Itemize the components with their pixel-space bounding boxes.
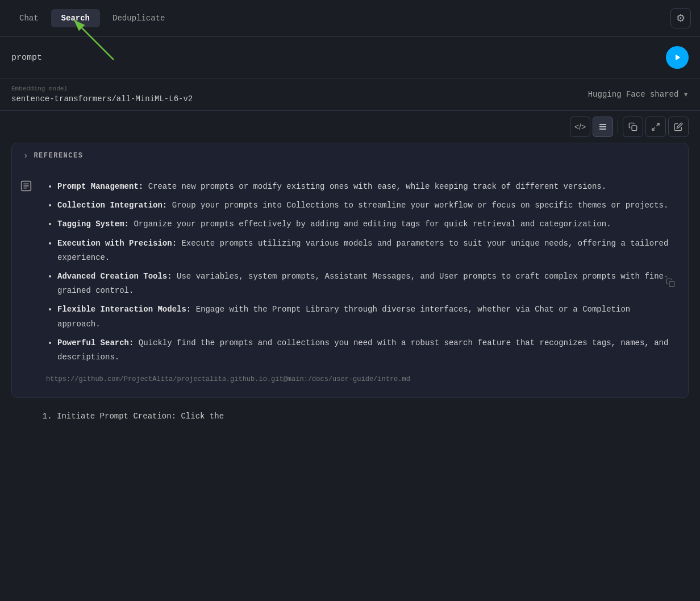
list-item: Execution with Precision: Execute prompt…: [57, 237, 677, 265]
steps-list: Initiate Prompt Creation: Click the: [45, 409, 677, 424]
item-label: Powerful Search:: [57, 338, 134, 347]
list-item: Collection Integration: Group your promp…: [57, 198, 677, 213]
item-label: Advanced Creation Tools:: [57, 272, 172, 281]
edit-button[interactable]: [668, 117, 689, 137]
second-section: Initiate Prompt Creation: Click the: [11, 398, 689, 440]
list-item: Powerful Search: Quickly find the prompt…: [57, 336, 677, 364]
item-text: Quickly find the prompts and collections…: [57, 338, 668, 362]
nav-tabs: Chat Search Deduplicate: [9, 9, 175, 27]
document-icon: [20, 180, 32, 196]
svg-rect-3: [599, 126, 606, 127]
item-text: Group your prompts into Collections to s…: [172, 201, 669, 210]
embedding-model-row: Embedding model sentence-transformers/al…: [0, 78, 700, 111]
copy-icon: [628, 122, 638, 131]
provider-name: Hugging Face shared: [588, 90, 679, 99]
copy-result-button[interactable]: [662, 274, 679, 291]
item-label: Execution with Precision:: [57, 239, 177, 248]
toolbar: </>: [0, 111, 700, 143]
send-button[interactable]: [666, 46, 689, 69]
references-header[interactable]: › REFERENCES: [12, 143, 688, 168]
svg-line-7: [652, 127, 655, 130]
step-text: Click the: [181, 412, 224, 421]
list-item: Tagging System: Organize your prompts ef…: [57, 217, 677, 231]
tab-search[interactable]: Search: [51, 9, 100, 27]
step-label: Initiate Prompt Creation:: [57, 412, 176, 421]
svg-rect-12: [669, 281, 674, 287]
code-view-button[interactable]: </>: [570, 117, 590, 137]
toolbar-separator: [618, 120, 618, 134]
prompt-section: [0, 37, 700, 78]
source-link: https://github.com/ProjectAlita/projecta…: [46, 374, 677, 386]
left-icon-bar: [12, 168, 40, 397]
copy-result-icon: [666, 278, 675, 287]
list-item: Initiate Prompt Creation: Click the: [57, 409, 677, 424]
references-card: › REFERENCES Prompt Management: Create n…: [11, 143, 689, 398]
svg-rect-4: [599, 129, 606, 129]
svg-rect-2: [599, 124, 606, 125]
tab-chat[interactable]: Chat: [9, 9, 49, 27]
result-body: Prompt Management: Create new prompts or…: [40, 168, 688, 397]
top-navigation: Chat Search Deduplicate ⚙: [0, 0, 700, 37]
list-item: Flexible Interaction Models: Engage with…: [57, 302, 677, 331]
embedding-left: Embedding model sentence-transformers/al…: [11, 85, 193, 103]
result-content: Prompt Management: Create new prompts or…: [12, 168, 688, 397]
list-icon: [598, 122, 607, 131]
item-label: Tagging System:: [57, 219, 129, 229]
item-label: Collection Integration:: [57, 201, 167, 210]
expand-icon: [651, 122, 660, 131]
list-item: Advanced Creation Tools: Use variables, …: [57, 270, 677, 298]
content-area: › REFERENCES Prompt Management: Create n…: [0, 143, 700, 451]
item-label: Flexible Interaction Models:: [57, 305, 191, 314]
copy-button[interactable]: [623, 117, 643, 137]
item-text: Organize your prompts effectively by add…: [134, 219, 611, 229]
embedding-value: sentence-transformers/all-MiniML-L6-v2: [11, 94, 193, 103]
item-label: Prompt Management:: [57, 182, 143, 191]
tab-deduplicate[interactable]: Deduplicate: [102, 9, 175, 27]
chevron-down-icon: ▾: [683, 89, 689, 100]
references-chevron-icon: ›: [23, 151, 28, 160]
svg-rect-5: [632, 126, 637, 131]
feature-list: Prompt Management: Create new prompts or…: [46, 180, 677, 364]
embedding-provider[interactable]: Hugging Face shared ▾: [588, 89, 689, 100]
list-view-button[interactable]: [593, 117, 613, 137]
prompt-input[interactable]: [11, 51, 666, 65]
send-icon: [672, 52, 682, 63]
expand-button[interactable]: [645, 117, 666, 137]
embedding-label: Embedding model: [11, 85, 193, 92]
edit-icon: [674, 122, 683, 131]
references-title: REFERENCES: [34, 152, 83, 160]
item-text: Create new prompts or modify existing on…: [148, 182, 607, 191]
doc-svg-icon: [20, 180, 32, 192]
svg-line-6: [656, 123, 659, 126]
list-item: Prompt Management: Create new prompts or…: [57, 180, 677, 194]
settings-button[interactable]: ⚙: [670, 8, 691, 28]
